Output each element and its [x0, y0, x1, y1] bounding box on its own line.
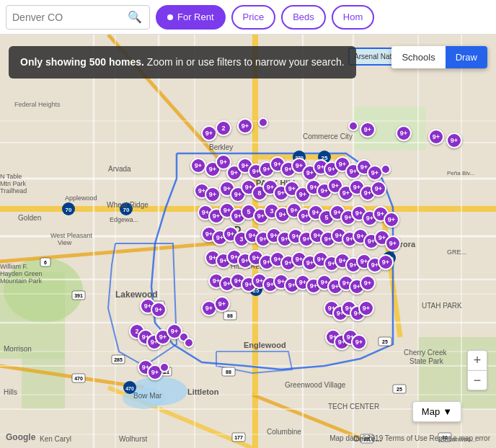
map-controls-top: Schools Draw — [391, 46, 487, 68]
svg-text:25: 25 — [397, 387, 402, 392]
for-rent-button[interactable]: For Rent — [156, 5, 226, 30]
property-marker[interactable] — [381, 164, 391, 174]
svg-text:Ken Caryl: Ken Caryl — [40, 435, 71, 443]
map-type-label: Map — [422, 406, 440, 417]
property-marker[interactable]: 9+ — [360, 275, 376, 291]
svg-text:GRE...: GRE... — [447, 248, 466, 256]
map-container: 70 70 270 25 25 225 470 6 391 95 88 285 … — [0, 35, 496, 448]
search-icon[interactable]: 🔍 — [128, 10, 142, 24]
svg-text:UTAH PARK: UTAH PARK — [422, 302, 462, 310]
zoom-out-button[interactable]: − — [467, 370, 487, 390]
property-marker[interactable]: 9+ — [378, 254, 394, 270]
svg-rect-2 — [22, 351, 65, 409]
svg-text:Greenwood Village: Greenwood Village — [285, 381, 346, 389]
notification-banner: Only showing 500 homes. Zoom in or use f… — [9, 46, 356, 79]
svg-text:470: 470 — [74, 376, 83, 381]
map-type-button[interactable]: Map ▼ — [412, 401, 461, 422]
svg-text:88: 88 — [227, 313, 233, 318]
svg-text:Federal Heights: Federal Heights — [14, 101, 61, 108]
header: Denver CO 🔍 For Rent Price Beds Hom — [0, 0, 496, 35]
svg-text:Wheat Ridge: Wheat Ridge — [107, 201, 149, 209]
map-type-chevron-icon: ▼ — [443, 406, 452, 417]
svg-text:25: 25 — [382, 339, 388, 344]
property-marker[interactable]: 9+ — [214, 296, 230, 312]
svg-text:285: 285 — [114, 357, 123, 362]
svg-text:Golden: Golden — [18, 214, 41, 222]
svg-text:N Table: N Table — [0, 173, 22, 180]
svg-text:William F.: William F. — [0, 263, 28, 270]
property-marker[interactable] — [348, 121, 358, 131]
svg-text:State Park: State Park — [409, 357, 444, 365]
for-rent-dot — [167, 14, 173, 20]
svg-text:470: 470 — [125, 386, 134, 391]
draw-button[interactable]: Draw — [446, 46, 487, 68]
svg-text:Edgewa...: Edgewa... — [110, 216, 138, 223]
svg-text:View: View — [58, 239, 72, 246]
beds-button[interactable]: Beds — [281, 5, 326, 30]
svg-text:70: 70 — [66, 207, 72, 213]
search-input[interactable]: Denver CO — [12, 12, 128, 23]
svg-text:6: 6 — [44, 260, 47, 265]
svg-text:Cherry Creek: Cherry Creek — [404, 349, 447, 357]
property-marker[interactable]: 9+ — [396, 125, 412, 141]
property-marker[interactable]: 9+ — [358, 300, 374, 316]
schools-button[interactable]: Schools — [391, 46, 445, 68]
property-marker[interactable]: 9+ — [190, 158, 206, 174]
home-type-button[interactable]: Hom — [332, 5, 374, 30]
svg-text:Bow Mar: Bow Mar — [133, 392, 162, 400]
svg-text:88: 88 — [226, 369, 231, 375]
zoom-in-button[interactable]: + — [467, 350, 487, 370]
property-marker[interactable] — [159, 362, 169, 372]
property-marker[interactable]: 9+ — [351, 334, 367, 350]
property-marker[interactable]: 9+ — [446, 133, 462, 148]
property-marker[interactable]: 9+ — [205, 187, 221, 202]
svg-text:TECH CENTER: TECH CENTER — [328, 403, 379, 411]
svg-text:Hills: Hills — [4, 388, 17, 396]
svg-text:Littleton: Littleton — [187, 387, 219, 396]
property-marker[interactable]: 9+ — [371, 181, 386, 197]
svg-text:Hayden Green: Hayden Green — [0, 270, 43, 277]
svg-text:West Pleasant: West Pleasant — [50, 232, 92, 239]
property-marker[interactable]: 9+ — [360, 122, 376, 138]
svg-text:Applewood: Applewood — [65, 194, 97, 202]
svg-text:391: 391 — [74, 293, 83, 298]
svg-text:Commerce City: Commerce City — [303, 133, 353, 140]
price-button[interactable]: Price — [231, 5, 276, 30]
svg-text:Berkley: Berkley — [209, 143, 233, 151]
property-marker[interactable]: 9+ — [237, 118, 253, 134]
svg-text:Peña Blv...: Peña Blv... — [447, 170, 474, 176]
notification-bold: Only showing 500 homes. — [20, 56, 144, 68]
property-marker[interactable]: 9+ — [428, 129, 444, 145]
svg-text:Mtn Park: Mtn Park — [0, 180, 27, 187]
map-attribution: Map data ©2019 Terms of Use Report a map… — [329, 434, 490, 442]
svg-text:Morrison: Morrison — [4, 345, 32, 353]
svg-text:Englewood: Englewood — [244, 341, 286, 349]
svg-text:Lakewood: Lakewood — [115, 290, 158, 300]
notification-text: Zoom in or use filters to narrow your se… — [147, 56, 345, 68]
property-marker[interactable] — [258, 117, 268, 127]
zoom-controls: + − — [467, 350, 487, 390]
google-logo: Google — [6, 432, 35, 442]
svg-text:Columbine: Columbine — [267, 428, 301, 436]
property-marker[interactable]: 9+ — [385, 236, 401, 251]
svg-text:Wolhurst: Wolhurst — [119, 435, 147, 443]
svg-text:177: 177 — [234, 435, 243, 440]
property-marker[interactable]: 2 — [216, 120, 231, 136]
property-marker[interactable]: 9+ — [201, 125, 217, 141]
svg-text:Arvada: Arvada — [108, 165, 131, 173]
property-marker[interactable]: 9+ — [151, 302, 167, 318]
property-marker[interactable] — [184, 338, 194, 348]
search-box[interactable]: Denver CO 🔍 — [6, 5, 150, 30]
svg-text:Mountain Park: Mountain Park — [0, 277, 43, 285]
svg-text:Trailhead: Trailhead — [0, 187, 27, 194]
property-marker[interactable]: 9+ — [384, 212, 399, 228]
